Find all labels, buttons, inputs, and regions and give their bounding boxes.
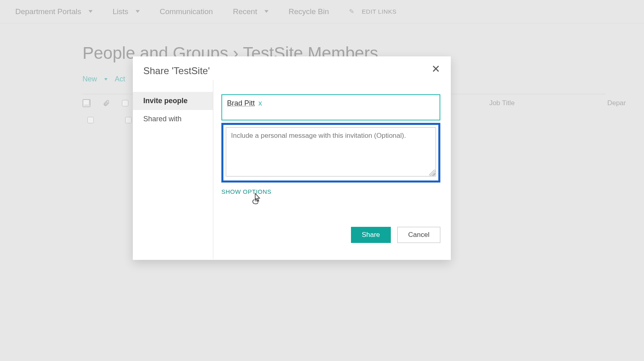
dialog-side-tabs: Invite people Shared with [133,80,213,259]
chevron-down-icon [89,10,93,13]
top-navigation: Department Portals Lists Communication R… [0,0,644,23]
message-field-highlight [221,123,440,183]
share-dialog: Share 'TestSite' ✕ Invite people Shared … [133,56,451,260]
chevron-down-icon[interactable] [104,78,107,81]
nav-communication[interactable]: Communication [160,7,213,16]
dialog-buttons: Share Cancel [351,227,440,243]
personal-message-input[interactable] [226,127,436,176]
cancel-button[interactable]: Cancel [397,227,440,243]
close-icon: ✕ [431,63,440,75]
row-checkbox[interactable] [87,117,94,123]
pencil-icon: ✎ [349,8,355,15]
chevron-down-icon [264,10,268,13]
actions-button[interactable]: Act [115,75,125,83]
nav-label: Department Portals [15,7,81,16]
nav-lists[interactable]: Lists [113,7,140,16]
row-checkbox-2[interactable] [125,117,132,123]
nav-label: Recycle Bin [289,7,329,16]
header-checkbox[interactable] [122,100,128,106]
nav-department-portals[interactable]: Department Portals [15,7,93,16]
dialog-body: Invite people Shared with Brad Pitt x SH… [133,80,451,259]
show-options-link[interactable]: SHOW OPTIONS [221,188,271,195]
edit-links-label: EDIT LINKS [362,8,396,15]
people-picker-input[interactable]: Brad Pitt x [221,94,440,120]
nav-label: Recent [233,7,257,16]
nav-label: Lists [113,7,128,16]
select-all-icon[interactable] [83,99,91,107]
share-button[interactable]: Share [351,227,391,243]
attachment-icon [103,100,110,107]
tab-invite-people[interactable]: Invite people [133,92,213,110]
people-chip-remove[interactable]: x [258,99,262,107]
nav-recent[interactable]: Recent [233,7,268,16]
nav-label: Communication [160,7,213,16]
dialog-title: Share 'TestSite' [133,56,451,80]
people-chip-name[interactable]: Brad Pitt [227,99,255,107]
close-button[interactable]: ✕ [428,62,444,76]
chevron-down-icon [136,10,140,13]
nav-recycle-bin[interactable]: Recycle Bin [289,7,329,16]
edit-links-button[interactable]: ✎ EDIT LINKS [349,8,396,15]
dialog-panel: Brad Pitt x SHOW OPTIONS Share Cancel [213,80,451,259]
tab-shared-with[interactable]: Shared with [133,110,213,128]
new-button[interactable]: New [83,75,97,83]
column-jobtitle[interactable]: Job Title [489,99,514,107]
column-department[interactable]: Depar [607,99,626,107]
